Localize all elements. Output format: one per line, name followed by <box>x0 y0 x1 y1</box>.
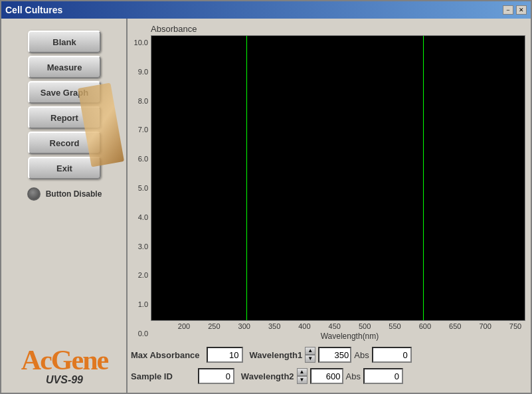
button-disable-row: Button Disable <box>27 187 102 201</box>
y-axis-label: 10.0 <box>134 39 148 47</box>
graph-area <box>151 35 525 321</box>
x-axis-label: 600 <box>415 322 435 330</box>
x-axis-title: Wavelength(nm) <box>174 332 525 341</box>
y-axis-label: 2.0 <box>138 271 148 279</box>
close-button[interactable]: ✕ <box>516 5 527 15</box>
wavelength1-input[interactable] <box>318 347 351 363</box>
x-axis-label: 400 <box>294 322 314 330</box>
app-title: Cell Cultures <box>5 5 62 15</box>
y-axis-label: 0.0 <box>138 330 148 338</box>
y-axis-label: 1.0 <box>138 300 148 308</box>
x-axis-label: 300 <box>234 322 254 330</box>
graph-container: Absorbance 10.09.08.07.06.05.04.03.02.01… <box>128 24 525 342</box>
x-axis-label: 200 <box>174 322 194 330</box>
wavelength2-abs-input[interactable] <box>363 368 403 384</box>
main-content: Blank Measure Save Graph Report Record E… <box>1 19 531 393</box>
sample-id-label: Sample ID <box>131 371 173 381</box>
right-content: Absorbance 10.09.08.07.06.05.04.03.02.01… <box>128 19 531 393</box>
sample-id-input[interactable] <box>198 368 234 384</box>
sidebar: Blank Measure Save Graph Report Record E… <box>1 19 128 393</box>
y-axis-label: 5.0 <box>138 184 148 192</box>
wavelength2-input[interactable] <box>310 368 343 384</box>
y-axis-label: 4.0 <box>138 213 148 221</box>
blank-button[interactable]: Blank <box>28 31 101 53</box>
wavelength2-group: Wavelength2 ▲ ▼ Abs <box>241 368 403 384</box>
logo-text: AcGene <box>21 346 108 374</box>
abs1-label: Abs <box>354 350 369 360</box>
logo-subtitle: UVS-99 <box>21 374 108 386</box>
wavelength2-spinner: ▲ ▼ <box>297 368 308 384</box>
wavelength1-up[interactable]: ▲ <box>305 347 315 355</box>
wavelength1-spinner: ▲ ▼ <box>305 347 315 363</box>
wavelength1-line <box>246 36 247 320</box>
wavelength2-label: Wavelength2 <box>241 371 294 381</box>
y-axis-label: 6.0 <box>138 155 148 163</box>
wavelength1-label: Wavelength1 <box>250 350 303 360</box>
x-axis-label: 650 <box>445 322 465 330</box>
y-axis-label: 3.0 <box>138 243 148 250</box>
wavelength1-down[interactable]: ▼ <box>305 355 315 363</box>
x-axis-label: 550 <box>385 322 405 330</box>
max-absorbance-label: Max Absorbance <box>131 350 200 360</box>
x-axis-label: 350 <box>264 322 284 330</box>
abs2-label: Abs <box>346 371 361 381</box>
y-axis-label: 7.0 <box>138 126 148 134</box>
x-axis-label: 750 <box>505 322 525 330</box>
y-axis-label: 8.0 <box>138 97 148 105</box>
control-row-1: Max Absorbance Wavelength1 ▲ ▼ Abs <box>131 347 522 363</box>
x-axis-label: 250 <box>204 322 224 330</box>
y-axis-label: 9.0 <box>138 68 148 76</box>
x-axis: 200250300350400450500550600650700750 <box>174 321 525 330</box>
control-row-2: Sample ID Wavelength2 ▲ ▼ Abs <box>131 368 522 384</box>
cuvette-decoration <box>81 72 121 178</box>
title-bar: Cell Cultures − ✕ <box>1 1 531 19</box>
logo-area: AcGene UVS-99 <box>21 346 108 386</box>
wavelength1-group: Wavelength1 ▲ ▼ Abs <box>250 347 412 363</box>
graph-wrapper: 10.09.08.07.06.05.04.03.02.01.00.0 20025… <box>128 35 525 341</box>
x-axis-label: 450 <box>325 322 345 330</box>
y-axis: 10.09.08.07.06.05.04.03.02.01.00.0 <box>128 35 151 341</box>
minimize-button[interactable]: − <box>503 5 513 15</box>
max-absorbance-input[interactable] <box>207 347 243 363</box>
wavelength2-up[interactable]: ▲ <box>297 368 308 376</box>
wavelength1-abs-input[interactable] <box>372 347 412 363</box>
wavelength2-down[interactable]: ▼ <box>297 376 308 384</box>
app-window: Cell Cultures − ✕ Blank Measure Save Gra… <box>0 0 532 394</box>
button-disable-label: Button Disable <box>46 189 102 199</box>
x-axis-label: 700 <box>476 322 495 330</box>
disable-indicator[interactable] <box>27 187 41 201</box>
cuvette-shape <box>78 83 124 167</box>
x-axis-label: 500 <box>355 322 375 330</box>
window-controls: − ✕ <box>503 5 527 15</box>
wavelength2-line <box>423 36 424 320</box>
bottom-controls: Max Absorbance Wavelength1 ▲ ▼ Abs <box>128 342 525 387</box>
graph-title: Absorbance <box>151 24 525 34</box>
